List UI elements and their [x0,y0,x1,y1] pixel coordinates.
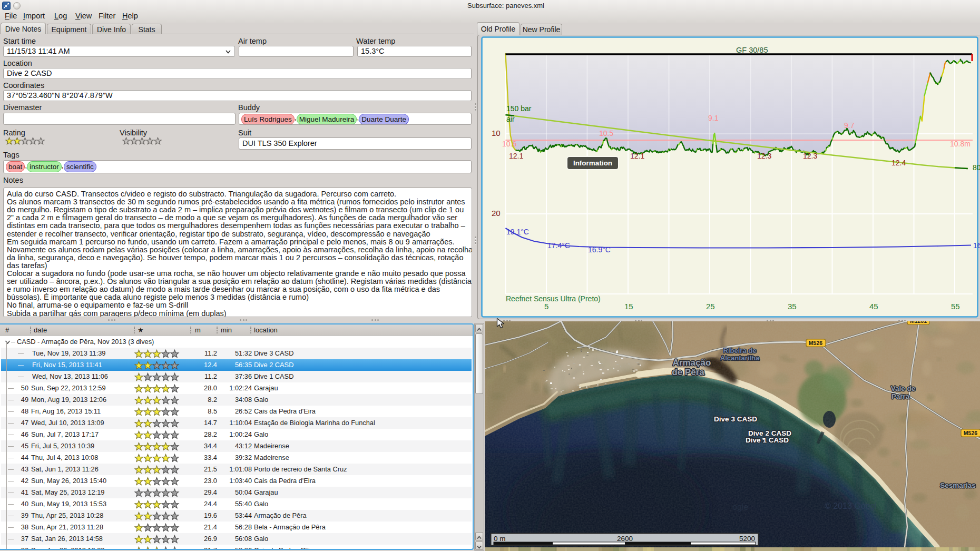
svg-text:9.1: 9.1 [708,114,719,122]
svg-text:0 m: 0 m [494,535,506,543]
svg-text:10.8m: 10.8m [950,140,971,148]
svg-text:Dive 3 CASD: Dive 3 CASD [714,415,757,423]
svg-text:12.4: 12.4 [891,159,906,167]
svg-text:12.3: 12.3 [757,152,771,160]
svg-text:5: 5 [544,302,548,311]
svg-text:12.1: 12.1 [509,152,523,160]
svg-text:45: 45 [869,302,878,311]
svg-text:80: 80 [973,163,980,172]
svg-text:Parra: Parra [891,392,910,400]
svg-text:M1261: M1261 [910,321,927,324]
svg-text:Ribeira de: Ribeira de [723,347,757,355]
svg-text:5200: 5200 [739,535,755,543]
svg-text:15: 15 [624,302,633,311]
svg-text:GF 30/85: GF 30/85 [736,46,768,54]
svg-text:9.7: 9.7 [844,121,855,130]
svg-text:2600: 2600 [617,535,633,543]
svg-text:air: air [506,115,515,123]
svg-text:Armação: Armação [673,358,711,368]
svg-text:© 2013 Googl: © 2013 Googl [825,501,877,510]
svg-text:M526: M526 [809,340,822,346]
svg-text:10.5: 10.5 [599,129,613,137]
svg-text:17.4°C: 17.4°C [547,241,570,250]
svg-text:de Pêra: de Pêra [672,367,704,377]
svg-text:55: 55 [951,302,960,311]
svg-text:Sesmarias: Sesmarias [940,481,976,489]
svg-text:25: 25 [706,302,715,311]
svg-text:16.9°C: 16.9°C [588,245,611,254]
svg-text:10: 10 [492,129,501,137]
svg-text:12.3: 12.3 [803,152,817,160]
svg-text:150 bar: 150 bar [506,104,532,113]
svg-text:Information: Information [573,159,612,167]
svg-text:M526: M526 [964,430,977,436]
svg-text:Dive 1 CASD: Dive 1 CASD [746,436,789,444]
svg-text:Alcantarilha: Alcantarilha [720,354,760,362]
svg-text:ogle: ogle [732,503,748,511]
svg-text:16: 16 [973,241,980,250]
svg-text:Reefnet Sensus Ultra (Preto): Reefnet Sensus Ultra (Preto) [506,294,601,303]
svg-text:10.6: 10.6 [502,140,516,148]
svg-text:Vale de: Vale de [891,385,916,392]
svg-text:19.1°C: 19.1°C [506,228,529,236]
svg-text:20: 20 [492,209,501,218]
svg-text:12.1: 12.1 [630,152,644,160]
svg-text:35: 35 [788,302,797,311]
